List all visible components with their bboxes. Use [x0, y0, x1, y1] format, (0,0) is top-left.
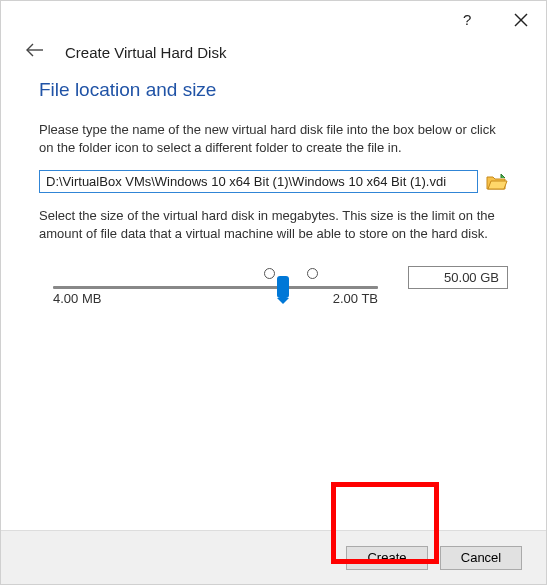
slider-track	[53, 286, 378, 289]
button-bar: Create Cancel	[1, 530, 546, 584]
wizard-title: Create Virtual Hard Disk	[65, 44, 226, 61]
size-slider-row: 4.00 MB 2.00 TB 50.00 GB	[39, 256, 508, 306]
section-heading: File location and size	[39, 79, 508, 101]
location-description: Please type the name of the new virtual …	[39, 121, 508, 156]
content-area: File location and size Please type the n…	[1, 79, 546, 306]
help-icon[interactable]: ?	[456, 9, 478, 31]
create-button[interactable]: Create	[346, 546, 428, 570]
cancel-button[interactable]: Cancel	[440, 546, 522, 570]
size-value-field[interactable]: 50.00 GB	[408, 266, 508, 289]
slider-max-label: 2.00 TB	[333, 291, 378, 306]
slider-marker-icon	[307, 268, 318, 279]
size-description: Select the size of the virtual hard disk…	[39, 207, 508, 242]
slider-marker-icon	[264, 268, 275, 279]
folder-icon[interactable]	[486, 172, 508, 192]
size-slider[interactable]: 4.00 MB 2.00 TB	[39, 256, 392, 306]
slider-thumb[interactable]	[277, 276, 289, 298]
path-row	[39, 170, 508, 193]
close-icon[interactable]	[510, 9, 532, 31]
slider-min-label: 4.00 MB	[53, 291, 101, 306]
back-arrow-icon[interactable]	[25, 43, 45, 61]
wizard-header: Create Virtual Hard Disk	[1, 39, 546, 79]
titlebar: ?	[1, 1, 546, 39]
file-path-input[interactable]	[39, 170, 478, 193]
slider-labels: 4.00 MB 2.00 TB	[53, 291, 378, 306]
svg-text:?: ?	[463, 12, 471, 28]
